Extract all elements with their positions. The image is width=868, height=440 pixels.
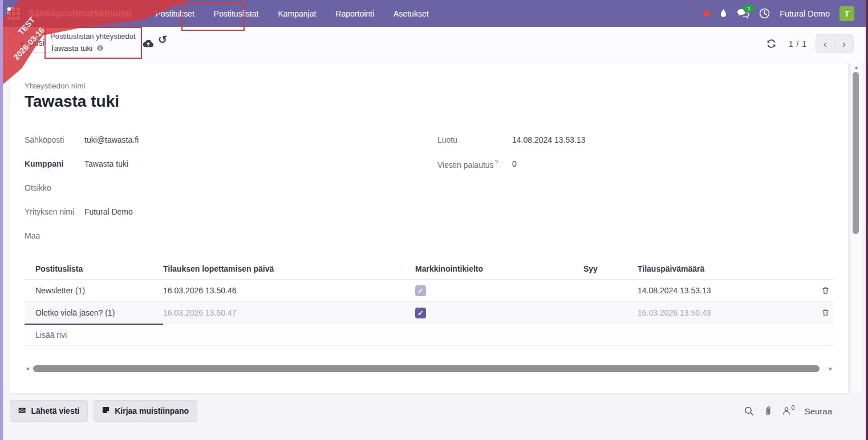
horizontal-scrollbar-track[interactable] — [32, 365, 826, 372]
menu-item-kampanjat[interactable]: Kampanjat — [268, 1, 326, 26]
new-record-button[interactable]: + Uusi — [11, 33, 52, 53]
email-field[interactable]: tuki@tawasta.fi — [84, 135, 139, 159]
field-label: Luotu — [437, 135, 512, 159]
subscription-date-cell: 14.08.2024 13.53.13 — [638, 280, 817, 301]
vertical-scrollbar-thumb[interactable] — [853, 72, 859, 234]
mailing-list-cell[interactable]: Oletko vielä jäsen? (1) — [25, 302, 163, 325]
save-cloud-icon[interactable] — [143, 39, 154, 49]
check-icon: ✓ — [417, 286, 423, 295]
menu-item-postituslistat[interactable]: Postituslistat — [204, 1, 269, 26]
delete-row-button[interactable] — [821, 308, 830, 318]
followers-button[interactable]: 0 — [782, 406, 795, 415]
table-row[interactable]: Oletko vielä jäsen? (1) 16.03.2026 13.50… — [25, 302, 833, 324]
horizontal-scrollbar-thumb[interactable] — [33, 365, 820, 372]
opt-out-checkbox[interactable]: ✓ — [415, 308, 426, 318]
send-message-label: Lähetä viesti — [31, 406, 79, 415]
column-header-unsubscription-date[interactable]: Tilauksen lopettamisen päivä — [163, 264, 415, 273]
droplet-icon[interactable] — [720, 9, 727, 18]
app-name: Sähköpostimarkkinointi — [29, 9, 132, 19]
new-button-label: Uusi — [29, 38, 44, 47]
field-label: Yrityksen nimi — [25, 207, 84, 231]
add-row-link[interactable]: Lisää rivi — [25, 324, 833, 346]
messages-badge: 1 — [743, 5, 755, 13]
navbar-systray: 1 Futural Demo T — [704, 6, 868, 21]
help-icon[interactable]: ? — [495, 159, 498, 165]
field-label: Sähköposti — [25, 135, 84, 159]
scroll-up-arrow-icon[interactable]: ▲ — [851, 64, 862, 70]
envelope-icon: ✉ — [18, 406, 26, 415]
opt-out-checkbox[interactable]: ✓ — [415, 285, 426, 296]
gear-icon[interactable]: ⚙ — [96, 42, 104, 55]
chatter-bar: ✉ Lähetä viesti Kirjaa muistiinpano 0 Se… — [10, 397, 838, 425]
field-email: Sähköposti tuki@tawasta.fi — [25, 135, 395, 159]
apps-menu-button[interactable] — [0, 0, 27, 27]
field-partner: Kumppani Tawasta tuki — [25, 159, 395, 183]
unsubscription-date-cell[interactable]: 16.03.2026 13.50.46 — [163, 280, 415, 301]
form-sheet: Yhteystiedon nimi Tawasta tuki Sähköpost… — [10, 63, 849, 394]
bounce-field: 0 — [512, 159, 517, 183]
created-field: 14.08.2024 13.53.13 — [512, 135, 585, 159]
delete-row-button[interactable] — [821, 286, 830, 296]
scroll-right-arrow-icon[interactable]: ► — [826, 366, 835, 372]
messages-icon[interactable]: 1 — [737, 9, 749, 19]
discard-undo-icon[interactable]: ↺ — [158, 34, 167, 45]
attachment-paperclip-icon[interactable] — [764, 406, 772, 416]
field-company-name: Yrityksen nimi Futural Demo — [25, 207, 395, 231]
check-icon: ✓ — [417, 309, 423, 317]
vertical-scrollbar[interactable]: ▲ — [850, 63, 862, 393]
menu-item-postitukset[interactable]: Postitukset — [145, 1, 204, 26]
field-title: Otsikko — [25, 183, 395, 207]
user-avatar[interactable]: T — [839, 6, 854, 21]
pager-next-button[interactable]: › — [835, 34, 854, 53]
main-menu: Postitukset Postituslistat Kampanjat Rap… — [145, 1, 438, 26]
record-name[interactable]: Tawasta tuki — [25, 92, 119, 111]
company-name-field[interactable]: Futural Demo — [84, 207, 133, 231]
field-label: Kumppani — [25, 159, 84, 183]
follow-button[interactable]: Seuraa — [805, 406, 832, 416]
field-label: Maa — [25, 231, 84, 255]
app-window: Sähköpostimarkkinointi Postitukset Posti… — [0, 0, 868, 440]
presence-dot-icon — [704, 10, 710, 17]
mailing-list-cell[interactable]: Newsletter (1) — [25, 280, 163, 301]
column-header-mailing-list[interactable]: Postituslista — [25, 264, 163, 273]
reason-cell[interactable] — [583, 302, 638, 324]
chatter-tools: 0 Seuraa — [744, 406, 838, 416]
column-header-opt-out[interactable]: Markkinointikielto — [415, 264, 583, 273]
log-note-label: Kirjaa muistiinpano — [115, 406, 189, 415]
refresh-icon[interactable] — [766, 39, 776, 49]
breadcrumb-current: Tawasta tuki — [50, 43, 92, 55]
top-navbar: Sähköpostimarkkinointi Postitukset Posti… — [0, 0, 868, 27]
record-name-label: Yhteystiedon nimi — [25, 82, 86, 90]
control-panel: + Uusi Postituslistan yhteystiedot Tawas… — [0, 27, 868, 63]
partner-field[interactable]: Tawasta tuki — [84, 159, 128, 183]
scroll-left-arrow-icon[interactable]: ◄ — [23, 366, 32, 372]
column-header-subscription-date[interactable]: Tilauspäivämäärä — [638, 264, 817, 273]
menu-item-asetukset[interactable]: Asetukset — [384, 1, 438, 26]
unsubscription-date-cell[interactable]: 16.03.2026 13.50.47 — [163, 302, 415, 324]
search-icon[interactable] — [744, 406, 754, 416]
table-row[interactable]: Newsletter (1) 16.03.2026 13.50.46 ✓ 14.… — [25, 280, 833, 302]
activity-clock-icon[interactable] — [759, 8, 770, 19]
field-created: Luotu 14.08.2024 13.53.13 — [437, 135, 734, 159]
field-country: Maa — [25, 231, 395, 255]
subscriptions-table: Postituslista Tilauksen lopettamisen päi… — [25, 259, 833, 368]
menu-item-raportointi[interactable]: Raportointi — [326, 1, 384, 26]
send-message-button[interactable]: ✉ Lähetä viesti — [10, 400, 88, 422]
pager-previous-button[interactable]: ‹ — [816, 34, 835, 53]
window-left-edge — [0, 0, 3, 440]
pager-area: 1 / 1 ‹ › — [766, 34, 854, 53]
field-bounce: Viestin palautus? 0 — [437, 159, 734, 183]
subscription-date-cell: 16.03.2026 13.50.43 — [638, 302, 817, 324]
followers-count: 0 — [792, 404, 795, 411]
reason-cell[interactable] — [583, 280, 638, 301]
log-note-button[interactable]: Kirjaa muistiinpano — [94, 400, 197, 422]
column-header-reason[interactable]: Syy — [583, 264, 638, 273]
breadcrumb-parent[interactable]: Postituslistan yhteystiedot — [50, 31, 136, 42]
field-group-right: Luotu 14.08.2024 13.53.13 Viestin palaut… — [437, 135, 734, 183]
plus-icon: + — [19, 38, 25, 48]
company-name[interactable]: Futural Demo — [780, 9, 830, 18]
field-label: Otsikko — [25, 183, 84, 207]
table-header-row: Postituslista Tilauksen lopettamisen päi… — [25, 259, 833, 280]
note-icon — [102, 406, 109, 415]
horizontal-scrollbar: ◄ ► — [23, 365, 835, 373]
